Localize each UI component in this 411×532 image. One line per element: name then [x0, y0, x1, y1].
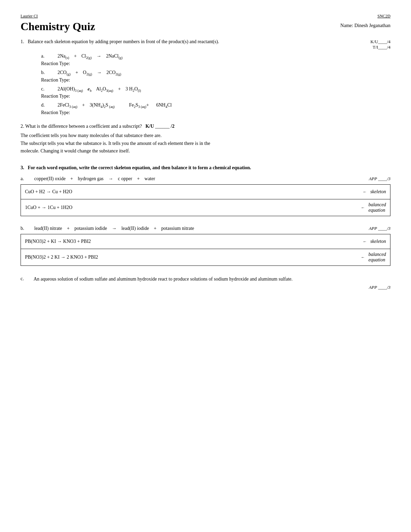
q3-a-plus2: + — [137, 176, 140, 182]
q2-answer-line3: molecule. Changing it would change the s… — [21, 147, 390, 155]
q3-b-balanced-box: PB(NO3)2 + 2 KI → 2 KNO3 + PBI2 ← balanc… — [21, 249, 390, 266]
q3-b-balanced-label: balancedequation — [369, 252, 386, 263]
q3-a-balanced-box: 1CuO + → 1Cu + 1H2O ← balancedequation — [21, 199, 390, 216]
q3-c-label: c. — [21, 275, 29, 282]
quiz-title: Chemistry Quiz — [21, 20, 95, 33]
q3-number: 3. — [21, 165, 24, 170]
q3-b-balanced-arrow: ← — [361, 255, 365, 260]
q1-d-eq: 2FeCl3 (aq) + 3(NH4)2S (aq) Fe2S3 (aq)+ … — [58, 102, 172, 109]
q1-a-reaction-type: Reaction Type: — [41, 61, 390, 66]
q1-part-c-eq: c. 2Al(OH)3 (aq) 𝒆b Al2O3(aq) + 3 H2O(l) — [41, 86, 390, 92]
q1-c-label: c. — [41, 86, 51, 92]
q1-body: Balance each skeleton equation by adding… — [28, 39, 219, 44]
q3-header: 3. For each word equation, write the cor… — [21, 165, 390, 171]
question-2: 2. What is the difference between a coef… — [21, 124, 390, 155]
question-3: 3. For each word equation, write the cor… — [21, 165, 390, 290]
course-label: SNC2D — [377, 14, 390, 19]
school-label: Laurier CI — [21, 14, 38, 19]
title-row: Chemistry Quiz Name: Dinesh Jeganathan — [21, 20, 390, 33]
q3-b-skeleton-box: PB(NO3)2 + KI → KNO3 + PBI2 ← skeleton — [21, 234, 390, 249]
q3-b-marks: APP ____/3 — [369, 226, 390, 231]
q1-c-eq: 2Al(OH)3 (aq) 𝒆b Al2O3(aq) + 3 H2O(l) — [58, 86, 141, 92]
q3-a-word-eq: a. copper(II) oxide + hydrogen gas → c o… — [21, 176, 390, 182]
q3-a-balanced-label: balancedequation — [369, 202, 386, 213]
q3-b-skeleton-label-group: ← skeleton — [363, 239, 386, 244]
q1-a-eq: 2Na(s) + Cl2(g) → 2NaCl(g) — [58, 53, 123, 60]
name-value: Dinesh Jeganathan — [354, 23, 390, 28]
q2-answer: The coefficient tells you how many molec… — [21, 132, 390, 155]
q2-marks-label: K/U — [146, 124, 154, 129]
q1-marks-ku: K/U____/4 — [371, 39, 391, 45]
q3-part-b: b. lead(II) nitrate + potassium iodide →… — [21, 226, 390, 266]
q3-c-marks: APP ____/3 — [21, 285, 390, 290]
q3-c-text: An aqueous solution of sodium sulfate an… — [34, 275, 292, 283]
q3-b-product1: lead(II) iodide — [121, 226, 149, 231]
q1-header: 1. Balance each skeleton equation by add… — [21, 39, 390, 50]
q1-d-rt-label: Reaction Type: — [41, 110, 70, 115]
q1-part-d-eq: d. 2FeCl3 (aq) + 3(NH4)2S (aq) Fe2S3 (aq… — [41, 102, 390, 109]
q2-header: 2. What is the difference between a coef… — [21, 124, 390, 129]
q3-a-marks: APP ____/3 — [369, 176, 390, 182]
q1-marks-ti: T/I____/4 — [371, 45, 391, 50]
q1-a-rt-label: Reaction Type: — [41, 61, 70, 66]
q1-a-label: a. — [41, 53, 51, 59]
q3-b-skeleton-eq: PB(NO3)2 + KI → KNO3 + PBI2 — [25, 239, 91, 244]
q3-a-balanced-arrow: ← — [361, 205, 365, 210]
question-1: 1. Balance each skeleton equation by add… — [21, 39, 390, 115]
q3-b-label: b. — [21, 226, 29, 231]
q3-a-skeleton-arrow: ← — [363, 189, 367, 195]
q2-marks-value: /2 — [171, 124, 175, 129]
q1-d-reaction-type: Reaction Type: — [41, 110, 390, 115]
q1-c-rt-label: Reaction Type: — [41, 94, 70, 99]
q1-text: 1. Balance each skeleton equation by add… — [21, 39, 364, 45]
q1-part-a-eq: a. 2Na(s) + Cl2(g) → 2NaCl(g) — [41, 53, 390, 60]
q2-answer-line2: The subscript tells you what the substan… — [21, 140, 390, 147]
q2-number: 2. — [21, 124, 24, 129]
q3-a-arrow: → — [108, 176, 113, 182]
q1-d-label: d. — [41, 102, 51, 108]
q3-b-skeleton-arrow: ← — [363, 239, 367, 244]
q3-b-word-eq: b. lead(II) nitrate + potassium iodide →… — [21, 226, 390, 231]
q3-b-plus2: + — [154, 226, 157, 231]
q3-a-plus1: + — [70, 176, 73, 182]
q3-b-arrow: → — [112, 226, 116, 231]
q3-a-product1: c opper — [118, 176, 132, 182]
name-label: Name: — [340, 23, 353, 28]
q3-a-balanced-eq: 1CuO + → 1Cu + 1H2O — [25, 205, 72, 210]
name-field: Name: Dinesh Jeganathan — [340, 23, 390, 28]
q3-a-product2: water — [145, 176, 155, 182]
q3-part-c: c. An aqueous solution of sodium sulfate… — [21, 275, 390, 290]
q3-b-plus1: + — [67, 226, 70, 231]
q2-answer-line1: The coefficient tells you how many molec… — [21, 132, 390, 139]
q1-b-label: b. — [41, 70, 51, 75]
q3-a-reactant1: copper(II) oxide — [34, 176, 65, 182]
q3-a-skeleton-label-group: ← skeleton — [363, 189, 386, 195]
q3-a-skeleton-box: CuO + H2 → Cu + H2O ← skeleton — [21, 184, 390, 199]
q3-c-row: c. An aqueous solution of sodium sulfate… — [21, 275, 390, 283]
q1-part-b-eq: b. 2CO(g) + O2(g) → 2CO2(g) — [41, 70, 390, 76]
q1-c-reaction-type: Reaction Type: — [41, 94, 390, 99]
header-row: Laurier CI SNC2D — [21, 14, 390, 19]
q1-marks: K/U____/4 T/I____/4 — [371, 39, 391, 50]
q3-a-reactant2: hydrogen gas — [78, 176, 103, 182]
q3-a-balanced-label-group: ← balancedequation — [361, 202, 386, 213]
q3-part-a: a. copper(II) oxide + hydrogen gas → c o… — [21, 176, 390, 216]
q1-b-eq: 2CO(g) + O2(g) → 2CO2(g) — [58, 70, 121, 76]
q3-b-reactant2: potassium iodide — [74, 226, 107, 231]
q1-b-rt-label: Reaction Type: — [41, 77, 70, 83]
q2-question: What is the difference between a coeffic… — [25, 124, 142, 129]
q3-a-label: a. — [21, 176, 29, 182]
q3-b-balanced-eq: PB(NO3)2 + 2 KI → 2 KNO3 + PBI2 — [25, 255, 98, 260]
q3-text: For each word equation, write the correc… — [28, 165, 251, 170]
q3-b-product2: potassium nitrate — [161, 226, 194, 231]
q2-marks-blank: ______ — [155, 124, 170, 129]
q3-b-skeleton-label: skeleton — [370, 239, 386, 244]
q1-number: 1. — [21, 39, 24, 44]
q3-a-skeleton-eq: CuO + H2 → Cu + H2O — [25, 189, 72, 195]
q3-b-balanced-label-group: ← balancedequation — [361, 252, 386, 263]
q3-a-skeleton-label: skeleton — [370, 189, 386, 195]
q3-b-reactant1: lead(II) nitrate — [34, 226, 62, 231]
q1-b-reaction-type: Reaction Type: — [41, 77, 390, 83]
